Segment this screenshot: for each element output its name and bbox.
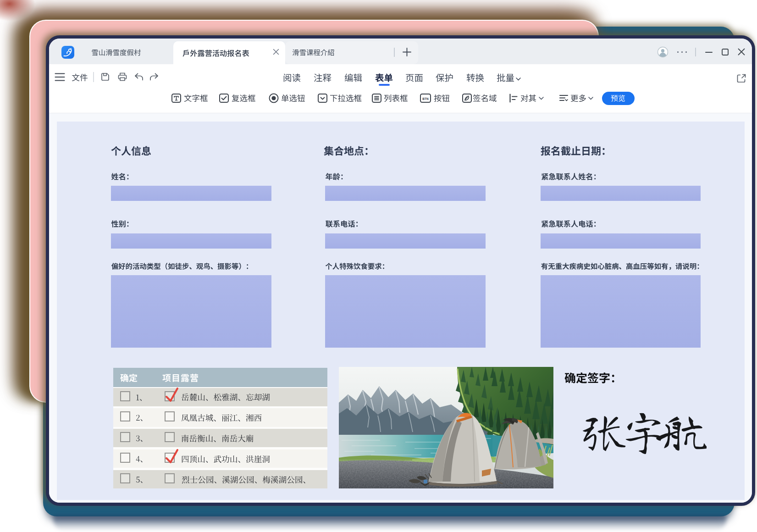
svg-text:BTN: BTN — [422, 97, 429, 100]
